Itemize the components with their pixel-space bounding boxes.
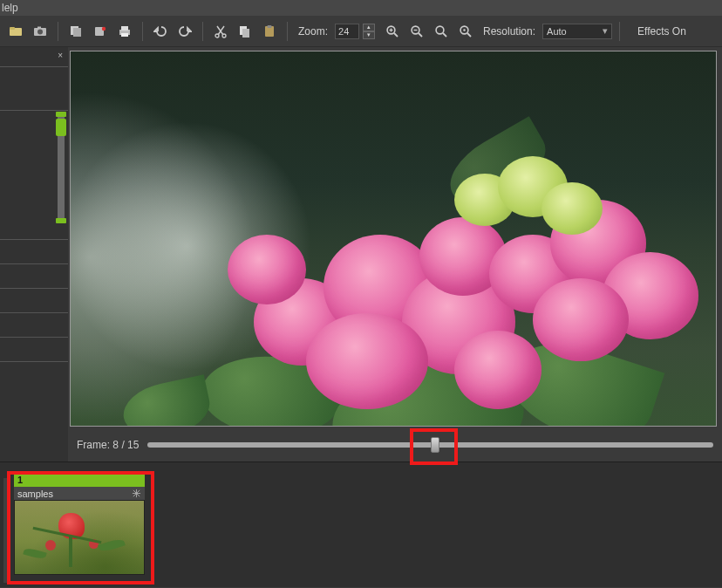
menu-help[interactable]: lelp (2, 2, 18, 14)
panel-divider (0, 288, 68, 289)
zoom-in-button[interactable] (382, 21, 403, 42)
track-cap-bottom[interactable] (56, 218, 66, 223)
timeline-panel: 1 samples (0, 462, 722, 587)
paste-button[interactable] (259, 21, 280, 42)
separator (58, 22, 58, 41)
svg-point-8 (102, 26, 106, 30)
cut-button[interactable] (210, 21, 231, 42)
canvas-area (68, 47, 722, 428)
redo-icon (178, 24, 192, 38)
panel-divider (0, 66, 68, 67)
panel-close-icon[interactable]: × (58, 51, 63, 60)
zoom-100-icon (459, 24, 473, 38)
record-button[interactable] (90, 21, 111, 42)
frame-label: Frame: 8 / 15 (77, 439, 139, 451)
frame-slider-knob[interactable] (431, 437, 439, 453)
camera-icon (33, 24, 47, 38)
open-button[interactable] (5, 21, 26, 42)
clip-title-bar: samples (14, 487, 145, 500)
svg-point-29 (463, 29, 465, 31)
print-icon (118, 24, 132, 38)
panel-divider (0, 239, 68, 240)
undo-button[interactable] (150, 21, 171, 42)
zoom-spin-up[interactable]: ▴ (363, 24, 375, 31)
redo-button[interactable] (174, 21, 195, 42)
panel-divider (0, 361, 68, 362)
separator (619, 22, 620, 41)
separator (202, 22, 203, 41)
zoom-in-icon (385, 24, 399, 38)
side-panel: × (0, 47, 68, 462)
svg-line-28 (467, 33, 471, 37)
record-icon (93, 24, 107, 38)
svg-point-13 (222, 34, 226, 38)
zoom-100-button[interactable] (455, 21, 476, 42)
open-icon (9, 24, 23, 38)
zoom-out-icon (410, 24, 424, 38)
svg-point-12 (215, 34, 219, 38)
zoom-spinner[interactable]: ▴▾ (363, 24, 375, 39)
toolbar: Zoom: 24 ▴▾ Resolution: Auto Effects On (0, 16, 722, 47)
zoom-label: Zoom: (298, 25, 328, 38)
track-thumb[interactable] (56, 119, 66, 136)
panel-divider (0, 312, 68, 313)
clip-name: samples (17, 489, 53, 499)
camera-button[interactable] (30, 21, 51, 42)
svg-line-23 (419, 33, 422, 37)
track-expand-handle[interactable] (3, 478, 9, 583)
paste-icon (262, 24, 276, 38)
app-window: lelp Zoom: 24 ▴▾ Resolution: Auto Effect… (0, 0, 722, 588)
svg-point-3 (37, 29, 43, 34)
copy-button[interactable] (235, 21, 255, 42)
svg-rect-6 (73, 28, 81, 37)
clip-index: 1 (14, 475, 145, 487)
track-cap-top[interactable] (56, 112, 66, 117)
frame-bar: Frame: 8 / 15 (68, 428, 722, 462)
svg-rect-17 (268, 25, 272, 28)
frame-slider[interactable] (147, 442, 713, 448)
svg-rect-1 (10, 27, 15, 30)
panel-divider (0, 263, 68, 264)
menubar: lelp (0, 0, 722, 16)
zoom-out-button[interactable] (406, 21, 427, 42)
body: × (0, 47, 722, 462)
stack-icon (69, 24, 83, 38)
zoom-fit-icon (434, 24, 448, 38)
svg-rect-11 (121, 33, 128, 37)
svg-line-19 (394, 33, 398, 37)
svg-rect-4 (37, 26, 41, 28)
svg-line-26 (443, 33, 446, 37)
svg-rect-15 (242, 29, 249, 38)
preview-canvas[interactable] (70, 51, 717, 427)
timeline-clip[interactable]: 1 samples (14, 475, 145, 575)
zoom-spin-down[interactable]: ▾ (363, 31, 375, 39)
stack-button[interactable] (65, 21, 86, 42)
resolution-value: Auto (547, 26, 567, 37)
print-button[interactable] (114, 21, 135, 42)
zoom-value[interactable]: 24 (335, 24, 359, 39)
preview-pane: Frame: 8 / 15 (68, 47, 722, 462)
copy-icon (238, 24, 252, 38)
resolution-select[interactable]: Auto (542, 24, 612, 39)
separator (142, 22, 143, 41)
clip-thumbnail[interactable] (14, 500, 145, 575)
effects-toggle[interactable]: Effects On (637, 25, 686, 38)
panel-divider (0, 110, 68, 111)
zoom-fit-button[interactable] (431, 21, 452, 42)
resolution-label: Resolution: (483, 25, 535, 38)
separator (287, 22, 288, 41)
cut-icon (214, 24, 228, 38)
undo-icon (153, 24, 167, 38)
svg-point-25 (436, 26, 444, 34)
svg-rect-10 (121, 26, 128, 31)
clip-settings-icon[interactable] (132, 489, 141, 498)
panel-divider (0, 337, 68, 338)
